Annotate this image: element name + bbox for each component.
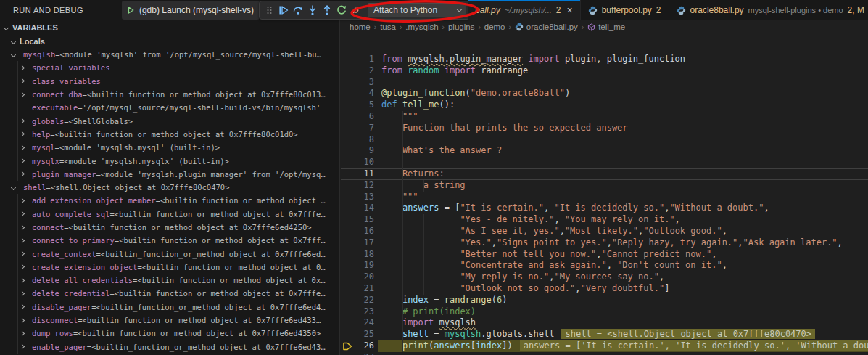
code-line-8[interactable]: 8 <box>341 134 868 146</box>
chevron-right-icon[interactable] <box>20 319 32 322</box>
chevron-down-icon[interactable] <box>12 53 23 57</box>
code-line-16[interactable]: 16 "As I see it, yes.","Most likely.","O… <box>341 226 868 237</box>
variable-row-delete_all_credentials[interactable]: delete_all_credentials = <builtin_functi… <box>0 274 339 287</box>
variable-row-auto_complete_sql[interactable]: auto_complete_sql = <builtin_function_or… <box>0 208 339 221</box>
code-line-13[interactable]: 13 """ <box>341 192 868 203</box>
code-line-26[interactable]: 26 print(answers[index])answers = ['It i… <box>341 340 868 352</box>
step-into-button[interactable] <box>306 2 320 18</box>
chevron-right-icon[interactable] <box>20 239 32 242</box>
chevron-right-icon[interactable] <box>20 305 32 309</box>
chevron-right-icon[interactable] <box>20 199 32 203</box>
variable-row-dump_rows[interactable]: dump_rows = <builtin_function_or_method … <box>0 327 339 340</box>
variable-row-mysqlsh[interactable]: mysqlsh = <module 'mysqlsh' from '/opt/m… <box>0 48 339 61</box>
variable-row-disconnect[interactable]: disconnect = <builtin_function_or_method… <box>0 314 339 327</box>
code-line-23[interactable]: 23 # print(index) <box>341 306 868 318</box>
tab-oracle8ball-mysqlsh[interactable]: ball.py ~/.mysqlsh/... 2 × <box>468 0 581 20</box>
close-icon[interactable]: × <box>566 4 572 16</box>
variables-section-header[interactable]: VARIABLES <box>0 20 339 35</box>
code-line-4[interactable]: 4@plugin_function("demo.oracle8ball") <box>341 88 868 99</box>
variable-row-delete_credential[interactable]: delete_credential = <builtin_function_or… <box>0 287 339 300</box>
breadcrumb-segment[interactable]: demo <box>484 23 505 31</box>
scope-locals[interactable]: Locals <box>0 35 339 48</box>
chevron-right-icon[interactable] <box>20 93 32 97</box>
code-line-10[interactable]: 10 <box>341 157 868 168</box>
chevron-right-icon[interactable] <box>20 292 32 295</box>
variable-row-create_context[interactable]: create_context = <builtin_function_or_me… <box>0 247 339 260</box>
chevron-right-icon[interactable] <box>20 159 32 163</box>
line-number: 9 <box>341 145 374 157</box>
chevron-right-icon[interactable] <box>20 332 32 335</box>
breadcrumb-segment[interactable]: .mysqlsh <box>405 23 438 31</box>
code-line-7[interactable]: 7 Function that prints the so expected a… <box>341 123 868 134</box>
variable-row-mysql[interactable]: mysql = <module 'mysqlsh.mysql' (built-i… <box>0 141 339 154</box>
chevron-right-icon[interactable] <box>20 345 32 348</box>
code-line-11[interactable]: 11 Returns: <box>341 168 868 180</box>
variable-row-executable[interactable]: executable = '/opt/mysql_source/mysql-sh… <box>0 101 339 114</box>
chevron-right-icon[interactable] <box>20 212 32 216</box>
code-line-2[interactable]: 2from random import randrange <box>341 65 868 77</box>
chevron-right-icon[interactable] <box>20 226 32 229</box>
breadcrumb-segment[interactable]: plugins <box>448 23 474 31</box>
chevron-right-icon[interactable] <box>20 119 32 123</box>
breadcrumb-segment[interactable]: home <box>350 23 371 31</box>
tab-bufferpool[interactable]: bufferpool.py 2 <box>581 0 669 20</box>
variable-name: class variables <box>32 77 101 86</box>
code-line-19[interactable]: 19 "Concentrate and ask again.", "Don't … <box>341 260 868 272</box>
variable-row-add_extension_object_member[interactable]: add_extension_object_member = <builtin_f… <box>0 194 339 207</box>
chevron-right-icon[interactable] <box>20 66 32 70</box>
tab-oracle8ball-plugins[interactable]: oracle8ball.py mysql-shell-plugins • dem… <box>669 0 868 20</box>
variable-row-enable_pager[interactable]: enable_pager = <builtin_function_or_meth… <box>0 340 339 354</box>
code-line-24[interactable]: 24 import mysqlsh <box>341 317 868 329</box>
variable-name: add_extension_object_member <box>32 196 156 205</box>
code-line-14[interactable]: 14 answers = ["It is certain.", "It is d… <box>341 203 868 214</box>
step-out-button[interactable] <box>320 2 334 18</box>
code-line-12[interactable]: 12 a string <box>341 180 868 192</box>
chevron-right-icon[interactable] <box>20 252 32 256</box>
breadcrumb-symbol[interactable]: tell_me <box>598 23 625 31</box>
chevron-right-icon[interactable] <box>20 279 32 282</box>
code-line-20[interactable]: 20 "My reply is no.","My sources say no.… <box>341 272 868 283</box>
variable-row-disable_pager[interactable]: disable_pager = <builtin_function_or_met… <box>0 301 339 314</box>
launch-config-dropdown[interactable]: (gdb) Launch (mysql-shell-vs) <box>122 1 260 20</box>
variable-row-connect_dba[interactable]: connect_dba = <builtin_function_or_metho… <box>0 88 339 101</box>
breadcrumb-segment[interactable]: tusa <box>380 23 396 31</box>
code-line-17[interactable]: 17 "Yes.","Signs point to yes.","Reply h… <box>341 237 868 249</box>
continue-button[interactable] <box>277 2 291 18</box>
chevron-right-icon[interactable] <box>20 172 32 176</box>
variable-row-create_extension_object[interactable]: create_extension_object = <builtin_funct… <box>0 261 339 274</box>
variable-row-shell[interactable]: shell = <shell.Object object at 0x7fffe8… <box>0 181 339 194</box>
code-line-22[interactable]: 22 index = randrange(6) <box>341 295 868 306</box>
variable-row-plugin_manager[interactable]: plugin_manager = <module 'mysqlsh.plugin… <box>0 168 339 181</box>
chevron-right-icon[interactable] <box>20 79 32 83</box>
attach-to-python-dropdown[interactable]: Attach to Python <box>368 3 466 17</box>
code-line-5[interactable]: 5def tell_me(): <box>341 99 868 111</box>
disconnect-button[interactable] <box>349 2 363 18</box>
chevron-right-icon[interactable] <box>20 146 32 150</box>
restart-button[interactable] <box>334 2 348 18</box>
toolbar-gripper[interactable] <box>263 2 276 18</box>
code-line-27[interactable]: 27 <box>341 352 868 355</box>
variable-row-special-variables[interactable]: special variables <box>0 61 339 74</box>
code-line-1[interactable]: 1from mysqlsh.plugin_manager import plug… <box>341 54 868 65</box>
variable-row-help[interactable]: help = <builtin_function_or_method objec… <box>0 128 339 141</box>
chevron-right-icon[interactable] <box>20 265 32 269</box>
code-line-18[interactable]: 18 "Better not tell you now.","Cannot pr… <box>341 249 868 261</box>
variable-row-mysqlx[interactable]: mysqlx = <module 'mysqlsh.mysqlx' (built… <box>0 154 339 167</box>
breadcrumb-file[interactable]: oracle8ball.py <box>526 23 578 31</box>
variable-row-connect[interactable]: connect = <builtin_function_or_method ob… <box>0 221 339 234</box>
code-line-3[interactable]: 3 <box>341 77 868 89</box>
code-lines[interactable]: 1from mysqlsh.plugin_manager import plug… <box>341 54 868 355</box>
chevron-down-icon[interactable] <box>12 186 23 189</box>
variable-row-connect_to_primary[interactable]: connect_to_primary = <builtin_function_o… <box>0 234 339 247</box>
code-line-25[interactable]: 25 shell = mysqlsh.globals.shellshell = … <box>341 329 868 340</box>
chevron-right-icon[interactable] <box>20 132 32 136</box>
code-line-15[interactable]: 15 "Yes - de nitely.", "You may rely on … <box>341 214 868 226</box>
start-debug-icon[interactable] <box>128 5 134 15</box>
code-line-9[interactable]: 9 What's the answer ? <box>341 145 868 157</box>
editor-tab-bar: ball.py ~/.mysqlsh/... 2 × bufferpool.py… <box>468 0 868 20</box>
code-line-6[interactable]: 6 """ <box>341 111 868 123</box>
variable-row-globals[interactable]: globals = <ShellGlobals> <box>0 114 339 127</box>
code-line-21[interactable]: 21 "Outlook not so good.","Very doubtful… <box>341 283 868 295</box>
step-over-button[interactable] <box>292 2 305 18</box>
variable-row-class-variables[interactable]: class variables <box>0 75 339 88</box>
